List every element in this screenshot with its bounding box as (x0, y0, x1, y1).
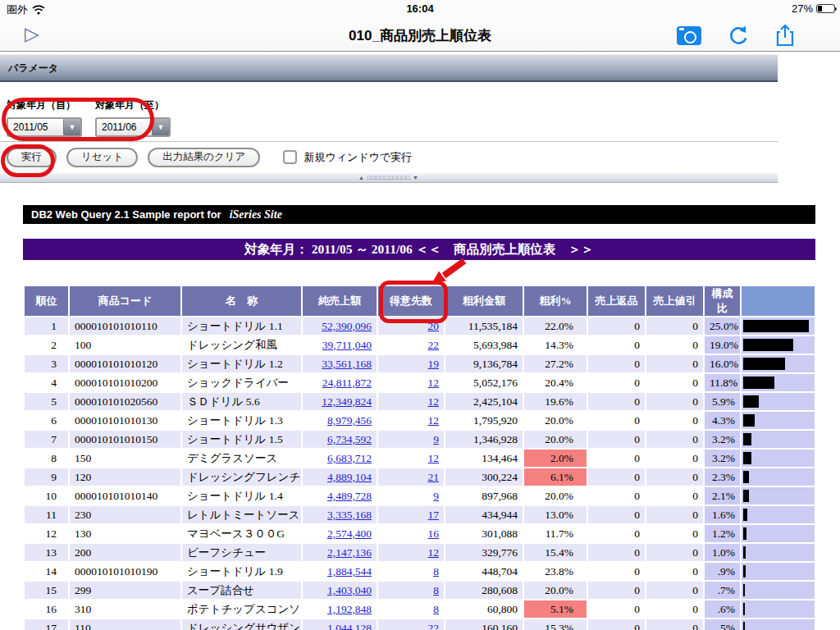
share-bar (743, 452, 751, 464)
product-name-cell: ショートドリル 1.2 (182, 355, 301, 372)
share-button[interactable] (775, 24, 795, 47)
rank-cell: 14 (25, 563, 68, 580)
share-cell: 2.3% (705, 468, 740, 486)
customers-link[interactable]: 20 (428, 320, 440, 332)
discount-cell: 0 (646, 431, 703, 448)
net-sales-link[interactable]: 12,349,824 (322, 395, 372, 408)
returns-cell: 0 (588, 450, 645, 467)
net-sales-link[interactable]: 8,979,456 (327, 414, 372, 427)
discount-cell: 0 (646, 487, 703, 504)
net-sales-link[interactable]: 1,403,040 (327, 584, 372, 596)
table-row: 12 130 マヨベース３００G 2,574,400 16 301,088 11… (25, 525, 815, 542)
table-row: 8 150 デミグラスソース 6,683,712 12 134,464 2.0%… (25, 450, 815, 467)
share-bar-cell (742, 468, 815, 486)
net-sales-link[interactable]: 3,335,168 (327, 509, 372, 521)
gross-profit-cell: 280,608 (445, 582, 523, 599)
net-sales-link[interactable]: 1,192,848 (327, 603, 372, 615)
product-code-cell: 000010101010150 (70, 431, 180, 448)
table-row: 11 230 レトルトミートソース 3,335,168 17 434,944 1… (25, 506, 815, 523)
net-sales-cell: 24,811,872 (303, 374, 377, 391)
customers-cell: 19 (378, 355, 444, 372)
table-row: 16 310 ポテトチップスコンソ 1,192,848 8 60,800 5.1… (25, 600, 815, 618)
product-name-cell: ショートドリル 1.5 (182, 431, 301, 448)
customers-cell: 21 (378, 468, 444, 486)
net-sales-link[interactable]: 2,147,136 (327, 546, 372, 559)
customers-link[interactable]: 12 (428, 395, 440, 408)
date-to-field: 対象年月（至） 2011/06 ▼ (95, 98, 171, 137)
net-sales-link[interactable]: 4,489,728 (327, 490, 372, 502)
camera-button[interactable] (677, 26, 701, 45)
gross-percent-cell: 13.0% (524, 506, 587, 523)
customers-cell: 8 (378, 600, 444, 618)
customers-link[interactable]: 9 (433, 433, 439, 445)
reset-button[interactable]: リセット (66, 148, 138, 167)
table-row: 3 000010101010120 ショートドリル 1.2 33,561,168… (25, 355, 815, 372)
pane-splitter[interactable]: ▲ □□□□□□□□□□ ▼ (0, 172, 778, 183)
product-code-cell: 100 (70, 336, 180, 354)
chevron-down-icon[interactable]: ▼ (63, 119, 80, 135)
share-bar-cell (742, 600, 815, 618)
date-from-select[interactable]: 2011/05 ▼ (7, 117, 82, 137)
share-bar (743, 622, 745, 630)
net-sales-link[interactable]: 2,574,400 (327, 527, 372, 540)
gross-percent-cell: 22.0% (524, 317, 587, 335)
returns-cell: 0 (588, 317, 645, 335)
returns-cell: 0 (588, 563, 645, 580)
net-sales-link[interactable]: 6,734,592 (327, 433, 372, 445)
rank-cell: 7 (25, 431, 68, 448)
product-code-cell: 000010101020560 (70, 393, 180, 410)
share-cell: 25.0% (705, 317, 740, 335)
clear-output-button[interactable]: 出力結果のクリア (148, 148, 260, 167)
customers-link[interactable]: 12 (428, 377, 440, 389)
share-cell: 19.0% (705, 336, 740, 354)
run-button[interactable]: 実行 (7, 148, 57, 167)
customers-cell: 20 (378, 317, 444, 335)
net-sales-link[interactable]: 6,683,712 (327, 452, 372, 464)
net-sales-cell: 1,884,544 (303, 563, 377, 580)
customers-link[interactable]: 21 (428, 471, 440, 483)
customers-link[interactable]: 16 (428, 527, 440, 540)
gross-profit-cell: 11,535,184 (445, 317, 523, 335)
customers-link[interactable]: 17 (428, 509, 440, 521)
product-code-cell: 000010101010200 (70, 374, 180, 391)
date-to-select[interactable]: 2011/06 ▼ (95, 117, 171, 137)
parameters-panel-header[interactable]: パラメータ (0, 54, 778, 82)
customers-link[interactable]: 22 (428, 339, 440, 351)
date-to-label: 対象年月（至） (95, 98, 171, 112)
net-sales-link[interactable]: 24,811,872 (322, 377, 372, 389)
battery-percent: 27% (792, 2, 813, 15)
chevron-down-icon[interactable]: ▼ (152, 119, 169, 135)
new-window-checkbox[interactable] (283, 150, 297, 164)
net-sales-cell: 4,889,104 (303, 468, 377, 486)
net-sales-link[interactable]: 4,889,104 (327, 471, 372, 483)
net-sales-link[interactable]: 52,390,096 (322, 320, 372, 332)
column-header-4: 得意先数 (378, 286, 444, 316)
customers-link[interactable]: 22 (428, 622, 440, 630)
customers-link[interactable]: 8 (433, 584, 439, 596)
product-code-cell: 000010101010140 (70, 487, 180, 504)
gross-profit-cell: 5,052,176 (445, 374, 523, 391)
customers-link[interactable]: 8 (433, 565, 439, 578)
customers-link[interactable]: 12 (428, 452, 440, 464)
customers-cell: 9 (378, 487, 444, 504)
customers-link[interactable]: 12 (428, 414, 440, 427)
net-sales-link[interactable]: 1,044,128 (327, 622, 372, 630)
share-cell: .5% (705, 619, 740, 630)
customers-link[interactable]: 19 (428, 358, 440, 370)
refresh-button[interactable] (728, 25, 749, 47)
customers-link[interactable]: 8 (433, 603, 439, 615)
customers-link[interactable]: 12 (428, 546, 440, 559)
table-row: 5 000010101020560 ＳＤドリル 5.6 12,349,824 1… (25, 393, 815, 410)
column-header-8: 売上値引 (646, 286, 703, 316)
customers-cell: 22 (378, 336, 444, 354)
net-sales-cell: 2,574,400 (303, 525, 377, 542)
product-code-cell: 130 (70, 525, 180, 542)
net-sales-link[interactable]: 39,711,040 (322, 339, 372, 351)
customers-link[interactable]: 9 (433, 490, 439, 502)
returns-cell: 0 (588, 374, 645, 391)
net-sales-link[interactable]: 1,884,544 (327, 565, 372, 578)
rank-cell: 17 (25, 619, 68, 630)
product-name-cell: ショートドリル 1.3 (182, 412, 301, 429)
net-sales-link[interactable]: 33,561,168 (322, 358, 372, 370)
share-bar (743, 395, 759, 408)
